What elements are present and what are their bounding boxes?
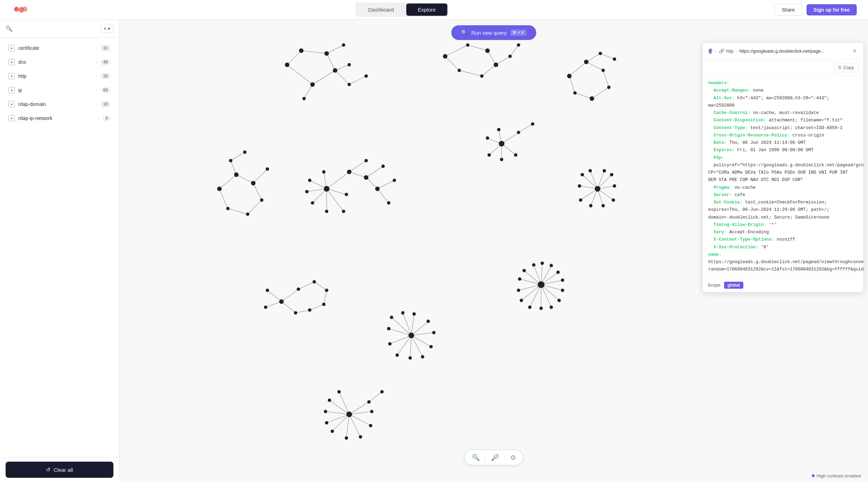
sidebar-item-dns[interactable]: ✦ dns › 48 bbox=[3, 55, 116, 69]
nav-right: Share Sign up for free bbox=[774, 4, 857, 16]
svg-point-132 bbox=[581, 173, 584, 176]
svg-line-180 bbox=[541, 284, 551, 307]
svg-line-80 bbox=[366, 166, 383, 178]
svg-line-58 bbox=[231, 161, 236, 175]
svg-point-84 bbox=[324, 186, 329, 192]
panel-header: 🔮 › 🔗 http › https://googleads.g.doublec… bbox=[703, 42, 863, 60]
certificate-count: 31 bbox=[100, 45, 111, 51]
zoom-in-button[interactable]: 🔍 bbox=[469, 452, 482, 463]
tab-dashboard[interactable]: Dashboard bbox=[356, 4, 405, 16]
svg-line-39 bbox=[592, 87, 609, 99]
svg-point-125 bbox=[610, 173, 613, 176]
field-accept-ranges: Accept-Ranges: none bbox=[708, 87, 858, 94]
share-button[interactable]: Share bbox=[774, 4, 802, 16]
field-xxss: X-Xss-Protection: '0' bbox=[708, 244, 858, 251]
zoom-out-button[interactable]: 🔎 bbox=[488, 452, 502, 463]
svg-line-74 bbox=[313, 189, 327, 203]
svg-point-51 bbox=[613, 58, 616, 61]
sidebar-item-certificate[interactable]: ✦ certificate › 31 bbox=[3, 41, 116, 55]
svg-line-77 bbox=[307, 189, 327, 192]
svg-point-219 bbox=[369, 424, 373, 427]
chevron-icon: › bbox=[96, 60, 97, 65]
chevron-icon: › bbox=[96, 74, 97, 79]
detail-panel: 🔮 › 🔗 http › https://googleads.g.doublec… bbox=[702, 42, 864, 293]
svg-line-8 bbox=[313, 71, 335, 85]
svg-line-40 bbox=[575, 93, 592, 99]
svg-line-141 bbox=[324, 290, 327, 304]
breadcrumb-http[interactable]: 🔗 http bbox=[719, 48, 734, 54]
svg-point-31 bbox=[494, 62, 498, 67]
svg-point-198 bbox=[520, 299, 523, 302]
zoom-divider bbox=[485, 454, 486, 461]
scope-badge: global bbox=[724, 282, 743, 289]
svg-point-86 bbox=[345, 193, 348, 196]
svg-point-93 bbox=[364, 159, 368, 162]
svg-point-128 bbox=[601, 204, 605, 208]
dns-count: 48 bbox=[100, 59, 111, 65]
svg-point-11 bbox=[299, 48, 303, 53]
svg-line-105 bbox=[519, 124, 533, 132]
svg-line-3 bbox=[327, 45, 343, 53]
panel-footer: Scope global bbox=[703, 278, 863, 292]
svg-point-175 bbox=[413, 312, 416, 316]
fit-button[interactable]: ⊙ bbox=[508, 452, 519, 463]
field-date: Date: Thu, 06 Jun 2024 11:14:06 GMT bbox=[708, 139, 858, 147]
sidebar-item-rdap-domain[interactable]: ✦ rdap-domain › 19 bbox=[3, 98, 116, 111]
svg-line-20 bbox=[445, 45, 468, 56]
signup-button[interactable]: Sign up for free bbox=[807, 4, 857, 15]
panel-content[interactable]: headers: Accept-Ranges: none Alt-Svc: h3… bbox=[703, 75, 863, 278]
svg-point-201 bbox=[522, 269, 526, 272]
field-timing-allow: Timing-Allow-Origin: '*' bbox=[708, 221, 858, 229]
svg-point-97 bbox=[393, 179, 396, 182]
svg-line-5 bbox=[335, 65, 349, 71]
zoom-divider-2 bbox=[505, 454, 505, 461]
svg-point-134 bbox=[603, 169, 606, 173]
http-icon: ✦ bbox=[8, 73, 15, 79]
field-content-disposition: Content-Disposition: attachment; filenam… bbox=[708, 117, 858, 124]
zoom-out-icon: 🔎 bbox=[491, 454, 499, 461]
copy-button[interactable]: ⎘ Copy bbox=[834, 63, 859, 72]
svg-point-199 bbox=[517, 289, 520, 292]
svg-point-96 bbox=[375, 187, 380, 191]
svg-point-220 bbox=[359, 435, 362, 439]
clear-all-button[interactable]: ↺ Clear all bbox=[6, 462, 113, 478]
svg-point-111 bbox=[487, 153, 491, 157]
sidebar-item-rdap-ip-network[interactable]: ✦ rdap-ip-network › 4 bbox=[3, 112, 116, 125]
search-icon: 🔍 bbox=[6, 25, 13, 32]
svg-line-116 bbox=[598, 189, 613, 200]
svg-point-16 bbox=[348, 83, 351, 86]
tab-explore[interactable]: Explore bbox=[406, 4, 447, 16]
svg-line-76 bbox=[327, 189, 343, 211]
svg-line-43 bbox=[600, 53, 614, 59]
panel-close-button[interactable]: × bbox=[850, 47, 859, 55]
sidebar-toolbar: 🔍 ≡ ▾ bbox=[0, 20, 119, 38]
svg-line-83 bbox=[377, 189, 389, 203]
sidebar-item-ip[interactable]: ✦ ip › 69 bbox=[3, 83, 116, 97]
svg-line-122 bbox=[590, 171, 598, 189]
svg-point-89 bbox=[311, 201, 314, 205]
chevron-icon: › bbox=[96, 102, 97, 107]
svg-point-169 bbox=[408, 356, 412, 360]
sidebar-item-label-certificate: certificate bbox=[18, 45, 92, 51]
http-count: 26 bbox=[100, 73, 111, 79]
svg-point-19 bbox=[302, 97, 306, 100]
sidebar-item-http[interactable]: ✦ http › 26 bbox=[3, 69, 116, 83]
field-name-value: https://googleads.g.doubleclick.net/page… bbox=[708, 259, 858, 274]
svg-point-167 bbox=[429, 345, 433, 348]
svg-line-82 bbox=[377, 180, 394, 189]
svg-line-27 bbox=[510, 45, 519, 56]
run-query-label: Run new query bbox=[471, 30, 507, 36]
graph-area[interactable]: 🔍 Run new query ⌘ + K .node { fill: #222… bbox=[119, 20, 868, 482]
sidebar-item-label-dns: dns bbox=[18, 59, 92, 65]
svg-point-126 bbox=[613, 184, 616, 188]
svg-point-166 bbox=[432, 331, 436, 334]
svg-point-33 bbox=[458, 69, 461, 72]
svg-point-14 bbox=[333, 68, 337, 73]
svg-point-44 bbox=[567, 74, 572, 78]
svg-point-88 bbox=[308, 179, 311, 182]
breadcrumb-home[interactable]: 🔮 bbox=[708, 48, 713, 54]
run-query-button[interactable]: 🔍 Run new query ⌘ + K bbox=[451, 25, 536, 40]
filter-button[interactable]: ≡ ▾ bbox=[101, 24, 113, 33]
svg-point-12 bbox=[324, 51, 329, 56]
svg-point-48 bbox=[590, 96, 594, 101]
